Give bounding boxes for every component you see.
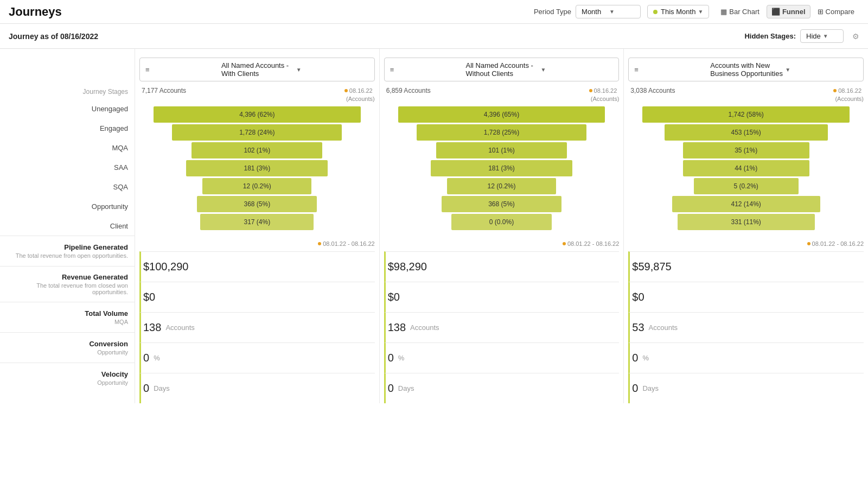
metric-label-row: Revenue Generated The total revenue from…: [0, 266, 135, 302]
list-icon: ≡: [634, 66, 707, 74]
funnel-bar-row: 12 (0.2%): [148, 178, 366, 194]
chevron-down-icon: ▼: [823, 33, 828, 39]
period-type-dropdown[interactable]: Month ▼: [576, 5, 641, 18]
col-header-label: All Named Accounts - Without Clients: [466, 61, 539, 78]
metric-unit: Days: [642, 384, 659, 392]
funnel-bar: 453 (15%): [665, 124, 828, 141]
col-stats-row: 3,038 Accounts 08.16.22: [628, 87, 864, 94]
accounts-count: 3,038 Accounts: [630, 87, 675, 94]
funnel-chart: 4,396 (62%)1,728 (24%)102 (1%)181 (3%)12…: [139, 104, 375, 234]
list-icon: ≡: [390, 66, 463, 74]
metric-unit: Accounts: [649, 323, 678, 332]
metric-row: 0 %: [139, 342, 375, 373]
funnel-bar-row: 35 (1%): [637, 142, 855, 158]
funnel-bar: 35 (1%): [683, 142, 809, 158]
funnel-bar-row: 4,396 (62%): [148, 106, 366, 123]
funnel-bar-row: 101 (1%): [393, 142, 611, 158]
columns-area: ≡ All Named Accounts - With Clients ▼ 7,…: [135, 49, 868, 403]
metric-value: $0: [143, 291, 155, 303]
metric-value: 138: [388, 321, 406, 334]
funnel-bar-row: 453 (15%): [637, 124, 855, 141]
hidden-stages-label: Hidden Stages:: [744, 32, 796, 40]
metric-label-row: Velocity Opportunity: [0, 363, 135, 393]
funnel-bar: 368 (5%): [197, 196, 317, 212]
app-title: Journeys: [9, 5, 534, 19]
journey-stages-title: Journey Stages: [0, 88, 135, 96]
stage-label: Unengaged: [92, 105, 128, 113]
list-icon: ≡: [145, 66, 218, 74]
metric-row: $0: [628, 282, 864, 312]
funnel-icon: ⬛: [771, 8, 780, 16]
date-badge: 08.16.22: [589, 87, 617, 94]
metric-label-row: Total Volume MQA: [0, 302, 135, 332]
hidden-stages-control: Hidden Stages: Hide ▼ ⚙: [744, 29, 859, 43]
funnel-bar: 1,728 (25%): [417, 124, 586, 141]
metric-unit: Days: [154, 384, 170, 392]
date-range-dot: [807, 242, 810, 245]
col-header-with-clients[interactable]: ≡ All Named Accounts - With Clients ▼: [139, 58, 375, 81]
col-header-without-clients[interactable]: ≡ All Named Accounts - Without Clients ▼: [384, 58, 620, 81]
compare-button[interactable]: ⊞ Compare: [813, 5, 859, 18]
funnel-bar: 1,742 (58%): [642, 106, 850, 123]
funnel-bar: 317 (4%): [200, 214, 314, 230]
funnel-bar-row: 0 (0.0%): [393, 214, 611, 230]
funnel-bar: 4,396 (62%): [154, 106, 361, 123]
main-content: Journey Stages UnengagedEngagedMQASAASQA…: [0, 49, 868, 403]
funnel-bar: 5 (0.2%): [694, 178, 799, 194]
funnel-bar: 368 (5%): [442, 196, 561, 212]
funnel-bar: 181 (3%): [186, 160, 328, 176]
settings-icon[interactable]: ⚙: [852, 32, 859, 41]
funnel-button[interactable]: ⬛ Funnel: [767, 5, 810, 18]
funnel-bar-row: 1,742 (58%): [637, 106, 855, 123]
metric-label-title: Velocity: [101, 370, 128, 378]
stage-label: Opportunity: [92, 202, 128, 211]
date-range-dot: [318, 242, 321, 245]
metric-value: 138: [143, 321, 161, 334]
col-header-new-business[interactable]: ≡ Accounts with New Business Opportuniti…: [628, 58, 864, 81]
metric-row: 0 %: [384, 342, 620, 373]
metric-row: $0: [139, 282, 375, 312]
funnel-bar-row: 4,396 (65%): [393, 106, 611, 123]
bar-chart-button[interactable]: ▦ Bar Chart: [716, 5, 764, 18]
metric-row: 0 Days: [628, 373, 864, 403]
metric-row: 138 Accounts: [139, 312, 375, 342]
metric-row: 0 Days: [384, 373, 620, 403]
metric-value: 0: [143, 382, 149, 395]
accounts-label: (Accounts): [139, 96, 375, 102]
metric-unit: %: [642, 354, 649, 362]
funnel-bar: 12 (0.2%): [447, 178, 556, 194]
funnel-bar-row: 1,728 (25%): [393, 124, 611, 141]
metric-unit: Accounts: [410, 323, 439, 332]
metric-unit: Days: [398, 384, 414, 392]
accounts-count: 6,859 Accounts: [386, 87, 431, 94]
metric-value: $98,290: [388, 261, 427, 273]
funnel-bar: 12 (0.2%): [202, 178, 311, 194]
funnel-bar-row: 368 (5%): [148, 196, 366, 212]
funnel-bar-row: 102 (1%): [148, 142, 366, 158]
funnel-bar-row: 412 (14%): [637, 196, 855, 212]
date-dot: [589, 89, 592, 92]
stage-label-row: SQA: [0, 177, 135, 196]
metric-label-row: Pipeline Generated The total revenue fro…: [0, 236, 135, 266]
stage-label: Engaged: [100, 124, 128, 132]
date-range: 08.01.22 - 08.16.22: [384, 240, 620, 247]
stage-label-row: SAA: [0, 157, 135, 177]
funnel-chart: 1,742 (58%)453 (15%)35 (1%)44 (1%)5 (0.2…: [628, 104, 864, 234]
funnel-bar: 0 (0.0%): [451, 214, 552, 230]
stage-label-row: Engaged: [0, 118, 135, 138]
this-month-button[interactable]: This Month ▼: [647, 5, 709, 18]
funnel-bar: 101 (1%): [436, 142, 567, 158]
funnel-bar-row: 1,728 (24%): [148, 124, 366, 141]
column-with-clients: ≡ All Named Accounts - With Clients ▼ 7,…: [135, 49, 379, 403]
metric-value: 0: [632, 382, 638, 395]
chevron-down-icon: ▼: [540, 67, 613, 73]
date-range: 08.01.22 - 08.16.22: [628, 240, 864, 247]
stage-label: SQA: [113, 183, 128, 191]
funnel-bar: 181 (3%): [431, 160, 572, 176]
metric-value: $100,290: [143, 261, 188, 273]
funnel-bar: 102 (1%): [192, 142, 322, 158]
column-new-business: ≡ Accounts with New Business Opportuniti…: [623, 49, 868, 403]
hidden-stages-dropdown[interactable]: Hide ▼: [800, 29, 844, 43]
metric-value: $0: [632, 291, 644, 303]
funnel-bar-row: 368 (5%): [393, 196, 611, 212]
